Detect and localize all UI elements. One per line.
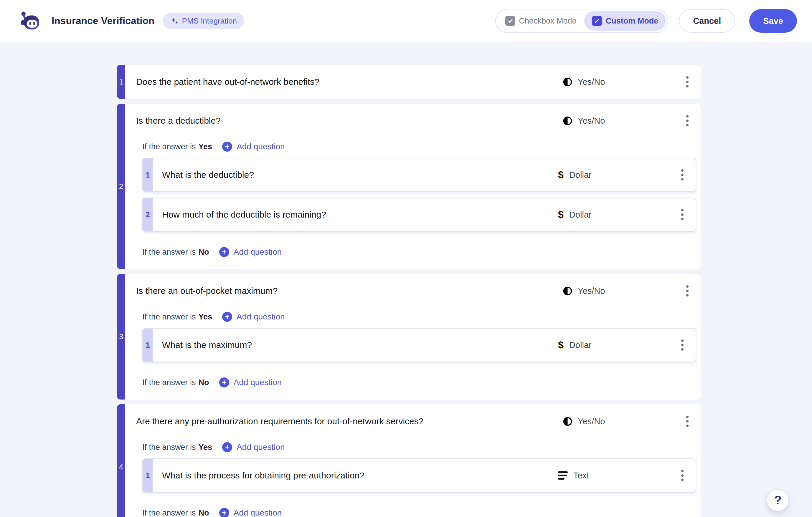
kebab-dot bbox=[681, 348, 684, 351]
question-type-selector[interactable]: Yes/No bbox=[563, 286, 605, 296]
condition-value: No bbox=[199, 248, 209, 256]
branch-condition-label: If the answer isYes bbox=[142, 142, 212, 151]
kebab-dot bbox=[681, 218, 684, 220]
kebab-dot bbox=[686, 76, 689, 79]
question-menu-button[interactable] bbox=[678, 73, 696, 90]
kebab-dot bbox=[681, 213, 684, 216]
kebab-dot bbox=[681, 178, 684, 181]
kebab-dot bbox=[681, 169, 684, 172]
plus-icon: + bbox=[219, 377, 229, 388]
question-type-and-menu: $Dollar bbox=[558, 206, 691, 223]
sub-question-number: 1 bbox=[146, 171, 150, 180]
pms-integration-badge: PMS Integration bbox=[163, 13, 244, 29]
add-question-button[interactable]: +Add question bbox=[222, 442, 285, 452]
kebab-dot bbox=[681, 474, 684, 477]
question-menu-button[interactable] bbox=[678, 282, 696, 299]
form-builder-content: 1Does the patient have out-of-network be… bbox=[0, 42, 812, 517]
question-type-and-menu: Yes/No bbox=[563, 73, 696, 90]
question-menu-button[interactable] bbox=[673, 206, 691, 223]
if-answer-prefix: If the answer is bbox=[142, 378, 196, 387]
question-text: Is there a deductible? bbox=[136, 116, 221, 126]
question-title-row: Does the patient have out-of-network ben… bbox=[125, 65, 696, 99]
question-number: 2 bbox=[119, 182, 123, 191]
sub-question-card: 1What is the deductible?$Dollar bbox=[142, 158, 696, 192]
condition-value: No bbox=[199, 378, 209, 387]
condition-value: No bbox=[199, 509, 209, 517]
question-type-and-menu: Yes/No bbox=[563, 112, 696, 129]
mode-toggle-group: Checkbox Mode Custom Mode bbox=[495, 9, 668, 33]
if-answer-prefix: If the answer is bbox=[142, 142, 196, 151]
condition-value: Yes bbox=[199, 443, 212, 452]
sub-question-number-strip: 1 bbox=[143, 329, 153, 362]
question-type-label: Yes/No bbox=[578, 286, 605, 296]
question-type-and-menu: $Dollar bbox=[558, 336, 691, 354]
dollar-icon: $ bbox=[558, 209, 563, 220]
kebab-dot bbox=[686, 85, 689, 87]
question-type-and-menu: $Dollar bbox=[558, 166, 691, 183]
cancel-button[interactable]: Cancel bbox=[679, 9, 735, 33]
question-type-selector[interactable]: $Dollar bbox=[558, 209, 591, 220]
add-question-button[interactable]: +Add question bbox=[219, 508, 282, 517]
question-type-selector[interactable]: $Dollar bbox=[558, 170, 591, 180]
plus-icon: + bbox=[219, 508, 229, 517]
add-question-label: Add question bbox=[234, 378, 282, 387]
question-menu-button[interactable] bbox=[673, 166, 691, 183]
sub-question-type-label: Dollar bbox=[569, 170, 591, 180]
add-question-label: Add question bbox=[237, 312, 285, 322]
sub-question-text: How much of the deductible is remaining? bbox=[162, 210, 326, 220]
kebab-dot bbox=[686, 416, 689, 418]
question-card: 4Are there any pre-authorization require… bbox=[117, 404, 701, 517]
kebab-dot bbox=[686, 115, 689, 118]
question-number-bar: 1 bbox=[117, 65, 125, 99]
kebab-dot bbox=[686, 294, 689, 297]
app-header: Insurance Verification PMS Integration C… bbox=[0, 0, 812, 42]
question-card: 1Does the patient have out-of-network be… bbox=[117, 65, 701, 99]
sub-question-number-strip: 2 bbox=[143, 198, 153, 231]
checkbox-mode-button[interactable]: Checkbox Mode bbox=[498, 11, 584, 31]
question-menu-button[interactable] bbox=[673, 467, 691, 484]
sub-question-text: What is the maximum? bbox=[162, 340, 252, 350]
add-question-button[interactable]: +Add question bbox=[219, 247, 282, 257]
question-type-selector[interactable]: Yes/No bbox=[563, 116, 605, 126]
kebab-dot bbox=[681, 174, 684, 176]
contrast-icon bbox=[563, 417, 572, 426]
custom-mode-button[interactable]: Custom Mode bbox=[584, 11, 666, 31]
question-text: Are there any pre-authorization requirem… bbox=[136, 416, 424, 426]
save-button[interactable]: Save bbox=[749, 9, 797, 33]
question-number: 4 bbox=[119, 462, 123, 472]
question-type-selector[interactable]: $Dollar bbox=[558, 340, 591, 351]
sub-question-number: 1 bbox=[146, 471, 150, 480]
question-type-selector[interactable]: Yes/No bbox=[563, 77, 605, 87]
sub-question-card: 2How much of the deductible is remaining… bbox=[142, 197, 696, 232]
question-type-and-menu: Yes/No bbox=[563, 282, 696, 299]
question-number: 1 bbox=[119, 78, 123, 87]
contrast-icon bbox=[563, 78, 572, 87]
add-question-button[interactable]: +Add question bbox=[219, 377, 282, 388]
dollar-icon: $ bbox=[558, 340, 563, 351]
question-menu-button[interactable] bbox=[678, 112, 696, 129]
custom-mode-label: Custom Mode bbox=[606, 17, 659, 26]
add-question-button[interactable]: +Add question bbox=[222, 312, 285, 322]
sub-question-number-strip: 1 bbox=[143, 158, 153, 191]
checkbox-mode-label: Checkbox Mode bbox=[519, 17, 577, 26]
branch-condition-row: If the answer isYes+Add question bbox=[142, 141, 696, 153]
add-question-button[interactable]: +Add question bbox=[222, 142, 285, 152]
sub-question-type-label: Dollar bbox=[569, 340, 591, 350]
question-type-selector[interactable]: Yes/No bbox=[563, 417, 605, 426]
question-menu-button[interactable] bbox=[673, 336, 691, 354]
help-button[interactable]: ? bbox=[766, 489, 789, 511]
sub-question-type-label: Dollar bbox=[569, 210, 591, 220]
sub-question-number-strip: 1 bbox=[143, 459, 153, 492]
question-type-selector[interactable]: Text bbox=[558, 471, 589, 481]
question-type-and-menu: Yes/No bbox=[563, 413, 696, 430]
kebab-dot bbox=[686, 290, 689, 292]
page-title: Insurance Verification bbox=[52, 15, 155, 27]
if-answer-prefix: If the answer is bbox=[142, 248, 196, 256]
if-answer-prefix: If the answer is bbox=[142, 443, 196, 452]
kebab-dot bbox=[686, 285, 689, 287]
kebab-dot bbox=[681, 209, 684, 211]
question-menu-button[interactable] bbox=[678, 413, 696, 430]
plus-icon: + bbox=[222, 142, 232, 152]
if-answer-prefix: If the answer is bbox=[142, 509, 196, 517]
question-type-label: Yes/No bbox=[578, 116, 605, 126]
